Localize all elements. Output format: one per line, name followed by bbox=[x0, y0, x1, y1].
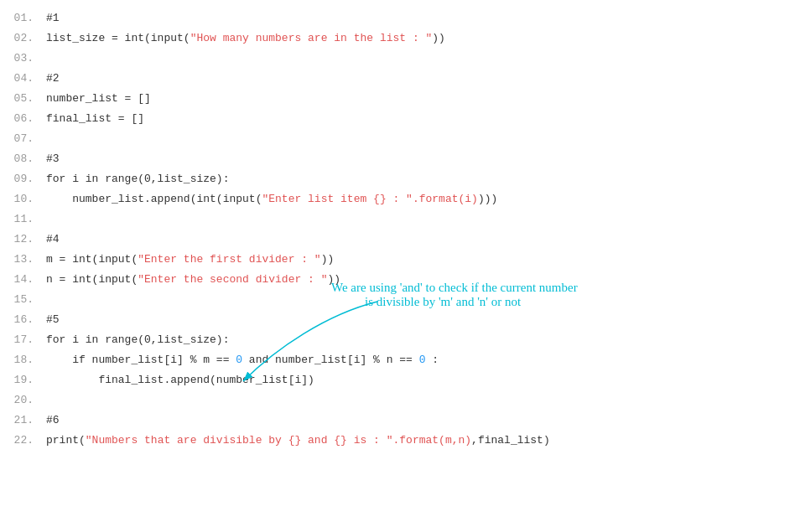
code-line: 12.#4 bbox=[0, 230, 805, 250]
line-number: 14. bbox=[0, 270, 46, 290]
code-line: 14.n = int(input("Enter the second divid… bbox=[0, 270, 805, 290]
line-code: #6 bbox=[46, 411, 805, 431]
line-number: 15. bbox=[0, 290, 46, 310]
code-line: 15. bbox=[0, 290, 805, 310]
line-number: 13. bbox=[0, 250, 46, 270]
line-code: for i in range(0,list_size): bbox=[46, 169, 805, 189]
line-code: number_list = [] bbox=[46, 89, 805, 109]
line-number: 18. bbox=[0, 350, 46, 370]
line-code: list_size = int(input("How many numbers … bbox=[46, 28, 805, 49]
code-line: 17.for i in range(0,list_size): bbox=[0, 330, 805, 350]
code-line: 16.#5 bbox=[0, 310, 805, 330]
code-line: 02.list_size = int(input("How many numbe… bbox=[0, 28, 805, 49]
code-line: 09.for i in range(0,list_size): bbox=[0, 169, 805, 189]
line-number: 08. bbox=[0, 149, 46, 169]
line-number: 09. bbox=[0, 169, 46, 189]
line-number: 21. bbox=[0, 411, 46, 431]
code-line: 10. number_list.append(int(input("Enter … bbox=[0, 189, 805, 209]
line-number: 07. bbox=[0, 129, 46, 149]
line-number: 03. bbox=[0, 49, 46, 69]
code-line: 06.final_list = [] bbox=[0, 109, 805, 129]
line-code: print("Numbers that are divisible by {} … bbox=[46, 431, 805, 451]
line-number: 06. bbox=[0, 109, 46, 129]
code-line: 11. bbox=[0, 209, 805, 230]
code-line: 07. bbox=[0, 129, 805, 149]
line-number: 11. bbox=[0, 209, 46, 230]
code-line: 19. final_list.append(number_list[i]) bbox=[0, 370, 805, 390]
line-number: 04. bbox=[0, 69, 46, 89]
line-number: 01. bbox=[0, 8, 46, 28]
line-code: for i in range(0,list_size): bbox=[46, 330, 805, 350]
code-line: 20. bbox=[0, 390, 805, 411]
line-code: final_list.append(number_list[i]) bbox=[46, 370, 805, 390]
line-code: #2 bbox=[46, 69, 805, 89]
line-number: 17. bbox=[0, 330, 46, 350]
line-number: 12. bbox=[0, 230, 46, 250]
line-code: if number_list[i] % m == 0 and number_li… bbox=[46, 350, 805, 370]
code-line: 22.print("Numbers that are divisible by … bbox=[0, 431, 805, 451]
line-number: 02. bbox=[0, 28, 46, 49]
code-line: 21.#6 bbox=[0, 411, 805, 431]
code-line: 01.#1 bbox=[0, 8, 805, 28]
line-number: 22. bbox=[0, 431, 46, 451]
line-number: 05. bbox=[0, 89, 46, 109]
line-code: #3 bbox=[46, 149, 805, 169]
line-number: 10. bbox=[0, 189, 46, 209]
line-code: #5 bbox=[46, 310, 805, 330]
line-code: #1 bbox=[46, 8, 805, 28]
code-line: 18. if number_list[i] % m == 0 and numbe… bbox=[0, 350, 805, 370]
line-number: 20. bbox=[0, 390, 46, 411]
line-code: #4 bbox=[46, 230, 805, 250]
line-code: final_list = [] bbox=[46, 109, 805, 129]
code-line: 13.m = int(input("Enter the first divide… bbox=[0, 250, 805, 270]
code-line: 08.#3 bbox=[0, 149, 805, 169]
line-number: 19. bbox=[0, 370, 46, 390]
code-editor: 01.#102.list_size = int(input("How many … bbox=[0, 0, 805, 532]
line-number: 16. bbox=[0, 310, 46, 330]
code-line: 04.#2 bbox=[0, 69, 805, 89]
line-code: n = int(input("Enter the second divider … bbox=[46, 270, 805, 290]
code-line: 05.number_list = [] bbox=[0, 89, 805, 109]
line-code: m = int(input("Enter the first divider :… bbox=[46, 250, 805, 270]
code-line: 03. bbox=[0, 49, 805, 69]
line-code: number_list.append(int(input("Enter list… bbox=[46, 189, 805, 209]
